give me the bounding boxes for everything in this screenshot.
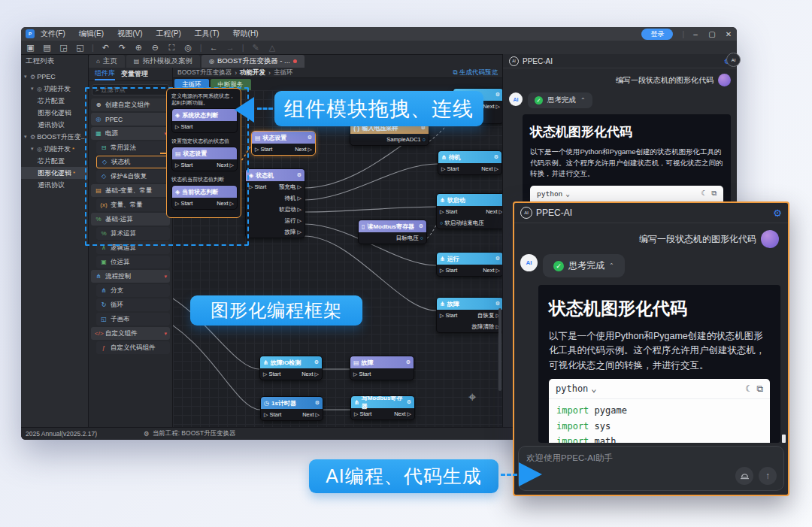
component-group-16[interactable]: </>自定义组件▾ (91, 327, 170, 340)
output-port[interactable]: Next▷ (394, 410, 411, 417)
input-port[interactable]: ▷Start (354, 410, 371, 417)
input-port[interactable]: ▷Start (255, 146, 272, 153)
breadcrumb-project[interactable]: BOOST升压变换器 (177, 68, 232, 77)
thinking-done-chip[interactable]: ✓ 思考完成 ⌃ (528, 92, 592, 108)
send-button[interactable]: ↑ (759, 467, 777, 485)
recenter-icon[interactable]: ⌖ (465, 389, 480, 404)
node-soft-start[interactable]: ⋔软启动▷StartNext▷○软启动结束电压 (436, 193, 502, 229)
input-port[interactable]: ▷Start (263, 371, 280, 377)
output-port[interactable]: SampleADC1○ (386, 136, 426, 143)
gear-icon[interactable]: ⚙ (315, 400, 320, 406)
undo-icon[interactable]: ↶ (101, 43, 111, 53)
output-port[interactable]: 运行▷ (285, 217, 301, 225)
node-write-modbus[interactable]: ⋔写Modbus寄存器⚙▷StartNext▷ (350, 395, 415, 420)
gear-icon[interactable]: ⚙ (297, 172, 301, 178)
login-button[interactable]: 登录 (641, 29, 673, 40)
model-icon[interactable] (735, 467, 753, 485)
output-port[interactable]: Next▷ (481, 165, 498, 172)
popup-node-0[interactable]: ◈系统状态判断▷Start (171, 108, 238, 133)
tab-variable-manager[interactable]: 变量管理 (121, 69, 148, 79)
output-port[interactable]: Next▷ (483, 267, 500, 274)
output-port[interactable]: 故障清除▷ (472, 323, 500, 331)
input-port[interactable]: ▷Start (440, 267, 457, 274)
component-item-14[interactable]: ↻循环 (96, 298, 170, 311)
canvas-scrollbar[interactable] (498, 308, 501, 391)
input-port[interactable]: ▷Start (440, 208, 457, 215)
output-port[interactable]: Next▷ (486, 208, 502, 215)
tab-templates[interactable]: ▤拓扑模板及案例 (126, 55, 200, 68)
node-standby[interactable]: ⋔待机⚙▷StartNext▷ (438, 150, 502, 175)
gear-icon[interactable]: ⚙ (407, 399, 411, 405)
minimize-button[interactable]: – (687, 30, 704, 38)
node-state-machine[interactable]: ◈状态机⚙▷Start预充电▷待机▷软启动▷运行▷故障▷ (245, 168, 305, 238)
zoom-in-icon[interactable]: ⊕ (134, 43, 144, 53)
menu-item-2[interactable]: 视图(V) (117, 29, 142, 39)
gear-icon[interactable]: ⚙ (494, 154, 498, 160)
input-port[interactable]: ▷Start (175, 162, 192, 168)
import-icon[interactable]: ◲ (59, 43, 68, 53)
theme-toggle-icon[interactable]: ☾ (745, 383, 750, 394)
input-port[interactable]: ▷Start (441, 165, 459, 172)
tree-item-3[interactable]: 图形化逻辑 (21, 107, 88, 119)
node-run[interactable]: ⋔运行⚙▷StartNext▷ (436, 252, 502, 277)
menu-item-5[interactable]: 帮助(H) (233, 29, 259, 39)
chevron-down-icon[interactable]: ⌄ (565, 189, 570, 198)
menu-item-4[interactable]: 工具(T) (195, 29, 220, 39)
tree-item-6[interactable]: ▾◎功能开发* (21, 143, 88, 155)
node-state-set[interactable]: ▤状态设置⚙▷StartNext▷ (251, 131, 316, 156)
node-fault[interactable]: ▤故障⚙▷Start (350, 356, 414, 380)
redo-icon[interactable]: ↷ (117, 43, 127, 53)
gear-icon[interactable]: ⚙ (308, 135, 312, 141)
tree-item-2[interactable]: 芯片配置 (21, 95, 88, 107)
menu-item-1[interactable]: 编辑(E) (79, 29, 104, 39)
input-port[interactable]: ○软启动结束电压 (440, 220, 484, 227)
gear-icon[interactable]: ⚙ (419, 223, 423, 229)
close-button[interactable]: ✕ (720, 30, 737, 38)
output-port[interactable]: Next▷ (295, 146, 312, 153)
input-port[interactable]: ▷Start (264, 411, 281, 418)
chat-scrollbar[interactable] (782, 435, 786, 443)
output-port[interactable]: 自恢复▷ (477, 312, 500, 320)
thinking-done-chip[interactable]: ✓ 思考完成 ⌃ (543, 254, 625, 277)
output-port[interactable]: 软启动▷ (279, 206, 301, 214)
theme-toggle-icon[interactable]: ☾ (701, 189, 705, 198)
collapse-arrow-icon[interactable]: ▾ (24, 74, 30, 80)
breadcrumb-stage[interactable]: 功能开发 (240, 68, 265, 77)
component-item-11[interactable]: ▣位运算 (96, 256, 170, 268)
output-port[interactable]: Next▷ (483, 103, 500, 110)
input-port[interactable]: ▷Start (440, 312, 457, 319)
gear-icon[interactable]: ⚙ (406, 359, 411, 365)
tab-component-library[interactable]: 组件库 (95, 68, 115, 80)
tree-item-9[interactable]: 通讯协议 (21, 179, 88, 191)
output-port[interactable]: 待机▷ (285, 195, 301, 202)
menu-item-3[interactable]: 工程(P) (156, 29, 180, 39)
new-project-icon[interactable]: ▣ (26, 43, 35, 53)
copy-icon[interactable]: ⧉ (711, 189, 717, 198)
input-port[interactable]: ▷Start (175, 123, 192, 130)
input-port[interactable]: ▷Start (175, 200, 192, 207)
output-port[interactable]: Next▷ (301, 371, 319, 377)
collapse-arrow-icon[interactable]: ▾ (24, 134, 30, 140)
component-item-17[interactable]: ƒ自定义代码组件 (96, 341, 170, 354)
breadcrumb-page[interactable]: 主循环 (274, 68, 293, 77)
input-port[interactable]: ▷Start (249, 183, 266, 190)
export-icon[interactable]: ◱ (75, 43, 85, 53)
output-port[interactable]: Next▷ (217, 162, 234, 168)
menu-item-0[interactable]: 文件(F) (41, 29, 65, 39)
node-fault-io-detect[interactable]: ⋔故障IO检测⚙▷StartNext▷ (259, 356, 323, 380)
ai-floating-badge[interactable]: AI (726, 53, 741, 67)
back-icon[interactable]: ← (209, 43, 219, 52)
tree-item-5[interactable]: ▾⚙BOOST升压变... (21, 131, 88, 143)
locate-icon[interactable]: ◎ (183, 43, 193, 53)
collapse-caret-icon[interactable]: ▾ (164, 274, 167, 280)
collapse-arrow-icon[interactable]: ▾ (31, 146, 37, 152)
component-group-12[interactable]: ⋔流程控制▾ (91, 270, 170, 283)
gear-icon[interactable]: ⚙ (314, 359, 319, 365)
output-port[interactable]: Next▷ (217, 200, 234, 207)
output-port[interactable]: 目标电压○ (396, 235, 423, 242)
collapse-caret-icon[interactable]: ▾ (164, 331, 167, 337)
copy-icon[interactable]: ⧉ (756, 383, 763, 394)
node-timer-1s[interactable]: ◷1s计时器⚙▷StartNext▷ (260, 396, 323, 421)
tab-boost-project[interactable]: ◎BOOST升压变换器 - ... (201, 55, 304, 68)
output-port[interactable]: 预充电▷ (279, 183, 301, 191)
